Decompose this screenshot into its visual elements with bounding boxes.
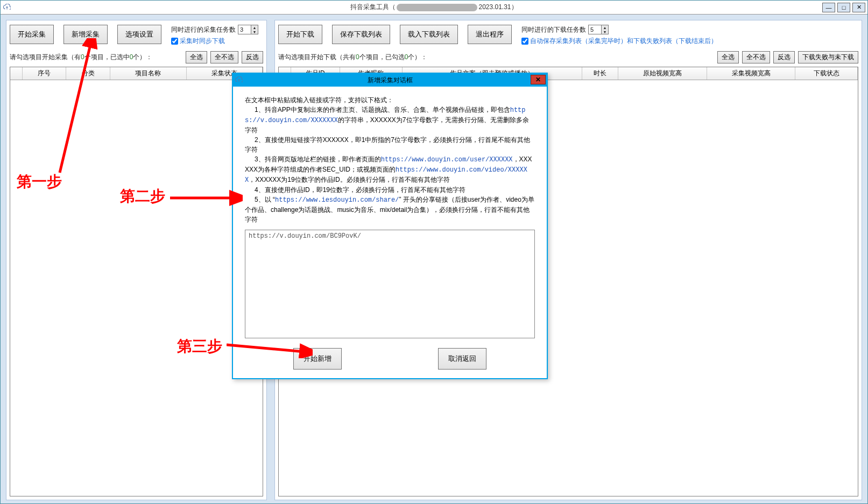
collect-select-none-button[interactable]: 全不选 [210,51,238,63]
collect-status-text: 请勾选项目开始采集（有0个项目，已选中0个）： [10,53,182,62]
collect-pane: 开始采集 新增采集 选项设置 同时进行的采集任务数 3 ▲▼ 采集时同步下载 [6,20,267,500]
start-collect-button[interactable]: 开始采集 [10,25,54,44]
autosave-checkbox[interactable]: 自动保存采集列表（采集完毕时）和下载失败列表（下载结束后） [521,37,717,46]
dl-failed-button[interactable]: 下载失败与未下载 [798,51,858,63]
start-download-button[interactable]: 开始下载 [278,25,322,44]
collect-spinner-label: 同时进行的采集任务数 [171,25,236,34]
titlebar: 抖音采集工具（2023.01.31） — □ ✕ [1,1,867,15]
minimize-button[interactable]: — [822,3,835,12]
collect-table[interactable]: 序号分类项目名称采集状态 [10,67,263,496]
dl-invert-button[interactable]: 反选 [773,51,795,63]
dialog-titlebar: 新增采集对话框 ✕ [233,74,547,87]
download-task-spinner[interactable]: 5 ▲▼ [588,25,609,34]
maximize-button[interactable]: □ [837,3,850,12]
sync-download-checkbox[interactable]: 采集时同步下载 [171,37,258,46]
collect-select-all-button[interactable]: 全选 [186,51,207,63]
dialog-start-add-button[interactable]: 开始新增 [293,348,342,370]
download-spinner-label: 同时进行的下载任务数 [521,25,586,34]
add-collect-button[interactable]: 新增采集 [63,25,108,44]
dl-select-all-button[interactable]: 全选 [717,51,739,63]
dl-select-none-button[interactable]: 全不选 [742,51,770,63]
download-status-text: 请勾选项目开始下载（共有0个项目，已勾选0个）： [278,53,714,62]
load-list-button[interactable]: 载入下载列表 [400,25,458,44]
add-collect-dialog: 新增采集对话框 ✕ 在文本框中粘贴或输入链接或字符，支持以下格式： 1、抖音AP… [232,73,548,379]
save-list-button[interactable]: 保存下载列表 [332,25,390,44]
url-input-textarea[interactable] [245,230,535,338]
exit-button[interactable]: 退出程序 [468,25,512,44]
options-button[interactable]: 选项设置 [117,25,161,44]
close-button[interactable]: ✕ [852,3,865,12]
dialog-instructions: 在文本框中粘贴或输入链接或字符，支持以下格式： 1、抖音APP中复制出来的作者主… [245,95,535,224]
collect-task-spinner[interactable]: 3 ▲▼ [238,25,258,34]
window-title: 抖音采集工具（2023.01.31） [1,3,867,12]
dialog-icon [235,76,243,84]
collect-invert-button[interactable]: 反选 [242,51,263,63]
app-icon [3,3,11,12]
dialog-cancel-button[interactable]: 取消返回 [438,348,486,370]
main-window: 抖音采集工具（2023.01.31） — □ ✕ 开始采集 新增采集 选项设置 … [0,0,868,504]
dialog-close-button[interactable]: ✕ [531,75,546,84]
